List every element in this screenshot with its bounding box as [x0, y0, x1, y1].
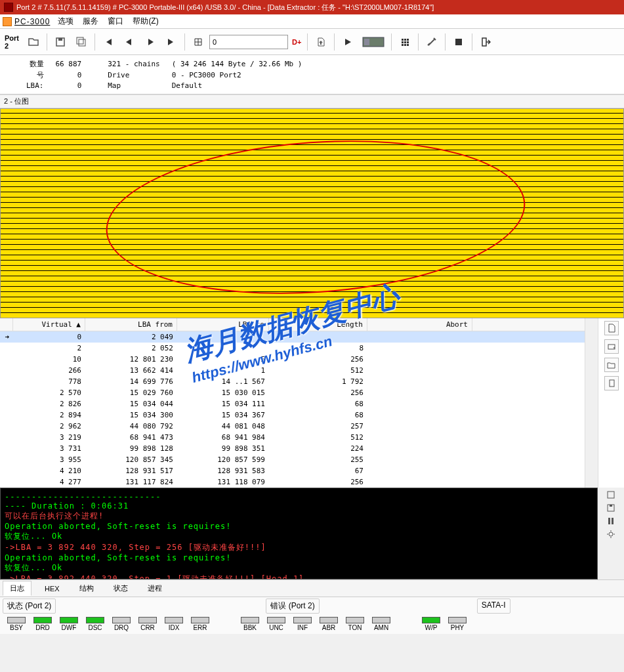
pause-icon[interactable]: [606, 516, 615, 526]
svg-rect-2: [77, 37, 83, 44]
drive-icon[interactable]: [604, 339, 619, 354]
annotation-ellipse: [101, 127, 530, 307]
document-icon[interactable]: [604, 321, 619, 335]
th-lba-from: LBA from: [85, 318, 177, 331]
d-plus-indicator: D+: [289, 38, 304, 46]
th-virtual: Virtual ▲: [13, 318, 85, 331]
table-row[interactable]: 77814 699 77614 ..1 5671 792: [0, 376, 585, 387]
table-row[interactable]: 4 277131 117 824131 118 079256: [0, 476, 585, 488]
led-amn: AMN: [370, 617, 392, 631]
table-scrollbar[interactable]: [585, 318, 598, 488]
info-panel: 数量66 887321 - chains( 34 246 144 Byte / …: [0, 55, 624, 94]
svg-rect-3: [79, 39, 85, 46]
led-w/p: W/P: [420, 617, 442, 631]
svg-point-24: [609, 532, 613, 536]
svg-rect-8: [407, 39, 409, 41]
svg-rect-7: [404, 39, 406, 41]
menu-service[interactable]: 服务: [83, 16, 98, 27]
tools-icon[interactable]: [422, 32, 442, 52]
table-row[interactable]: 26613 662 4141512: [0, 365, 585, 376]
led-drq: DRQ: [110, 617, 133, 631]
th-lba-to: LBA to: [177, 318, 269, 331]
svg-rect-21: [610, 505, 612, 507]
svg-rect-23: [612, 518, 614, 524]
status-group-sata: SATA-I: [477, 598, 510, 614]
stop-icon[interactable]: [449, 32, 468, 52]
led-phy: PHY: [446, 617, 468, 631]
led-idx: IDX: [163, 617, 185, 631]
th-length: Length: [269, 318, 367, 331]
table-row[interactable]: 1012 801 2305256: [0, 354, 585, 365]
svg-rect-18: [610, 380, 614, 387]
table-row[interactable]: 22 0528: [0, 343, 585, 354]
window-titlebar: Port 2 # 7.5.11(7.5.11.14159) # PC-3000 …: [0, 0, 624, 14]
led-dsc: DSC: [84, 617, 106, 631]
led-unc: UNC: [265, 617, 287, 631]
open-icon[interactable]: [24, 32, 43, 52]
menu-window[interactable]: 窗口: [108, 16, 123, 27]
chain-table: Virtual ▲ LBA from LBA to Length Abort ➜…: [0, 318, 585, 488]
right-tool-panel: [598, 318, 624, 488]
table-header[interactable]: Virtual ▲ LBA from LBA to Length Abort: [0, 318, 585, 331]
save-icon[interactable]: [51, 32, 70, 52]
menu-app-icon: [3, 17, 12, 26]
table-row[interactable]: 3 73199 898 12899 898 351224: [0, 443, 585, 454]
menu-options[interactable]: 选项: [58, 16, 73, 27]
grid-toggle-icon[interactable]: [395, 32, 415, 52]
table-row[interactable]: ➜02 049: [0, 331, 585, 343]
table-row[interactable]: 4 210128 931 517128 931 58367: [0, 465, 585, 476]
last-icon[interactable]: [161, 32, 181, 52]
tab-status[interactable]: 状态: [107, 581, 135, 595]
export-icon[interactable]: [311, 32, 331, 52]
app-brand: PC-3000: [14, 17, 50, 26]
led-err: ERR: [189, 617, 211, 631]
menu-help[interactable]: 帮助(Z): [133, 16, 158, 27]
exit-icon[interactable]: [476, 32, 495, 52]
save-log-icon[interactable]: [606, 503, 615, 513]
svg-rect-14: [407, 44, 409, 46]
number-input[interactable]: [209, 35, 288, 49]
tab-process[interactable]: 进程: [141, 581, 169, 595]
grid-icon[interactable]: [188, 32, 208, 52]
svg-rect-6: [402, 39, 404, 41]
led-crr: CRR: [136, 617, 159, 631]
info-row: 号0Drive0 - PC3000 Port2: [21, 70, 307, 80]
main-toolbar: Port 2 D+: [0, 29, 624, 55]
maximize-icon[interactable]: [606, 490, 615, 499]
led-bbk: BBK: [239, 617, 261, 631]
folder-open-icon[interactable]: [604, 358, 619, 372]
table-row[interactable]: 3 955120 857 345120 857 599255: [0, 454, 585, 465]
terminal-log[interactable]: --------------------------------- Durati…: [0, 488, 598, 579]
settings-icon[interactable]: [606, 530, 615, 539]
svg-rect-5: [364, 39, 369, 45]
prev-icon[interactable]: [119, 32, 139, 52]
port-button[interactable]: Port 2: [3, 32, 22, 52]
bitmap-view[interactable]: [0, 108, 624, 318]
next-icon[interactable]: [140, 32, 160, 52]
status-group-port: 状态 (Port 2): [3, 598, 56, 614]
th-abort: Abort: [367, 318, 472, 331]
table-row[interactable]: 2 82615 034 04415 034 11168: [0, 398, 585, 410]
status-bar: 状态 (Port 2) 错误 (Port 2) SATA-I BSYDRDDWF…: [0, 597, 624, 634]
tab-log[interactable]: 日志: [3, 581, 31, 596]
led-bsy: BSY: [5, 617, 28, 631]
play-icon[interactable]: [338, 32, 358, 52]
info-row: 数量66 887321 - chains( 34 246 144 Byte / …: [21, 59, 307, 69]
bitmap-section-label: 2 - 位图: [0, 94, 624, 108]
led-drd: DRD: [31, 617, 54, 631]
led-inf: INF: [291, 617, 314, 631]
table-row[interactable]: 2 57015 029 76015 030 015256: [0, 387, 585, 398]
tab-structure[interactable]: 结构: [73, 581, 100, 595]
tab-hex[interactable]: HEX: [38, 583, 66, 595]
app-icon: [4, 3, 13, 12]
table-row[interactable]: 3 21968 941 47368 941 984512: [0, 432, 585, 443]
svg-rect-16: [608, 345, 615, 349]
first-icon[interactable]: [98, 32, 118, 52]
svg-rect-11: [407, 41, 409, 43]
info-row: LBA:0MapDefault: [21, 81, 307, 90]
table-row[interactable]: 2 89415 034 30015 034 36768: [0, 410, 585, 421]
save-all-icon[interactable]: [72, 32, 91, 52]
device-image-icon[interactable]: [359, 32, 388, 52]
page-icon[interactable]: [604, 376, 619, 390]
table-row[interactable]: 2 96244 080 79244 081 048257: [0, 421, 585, 432]
